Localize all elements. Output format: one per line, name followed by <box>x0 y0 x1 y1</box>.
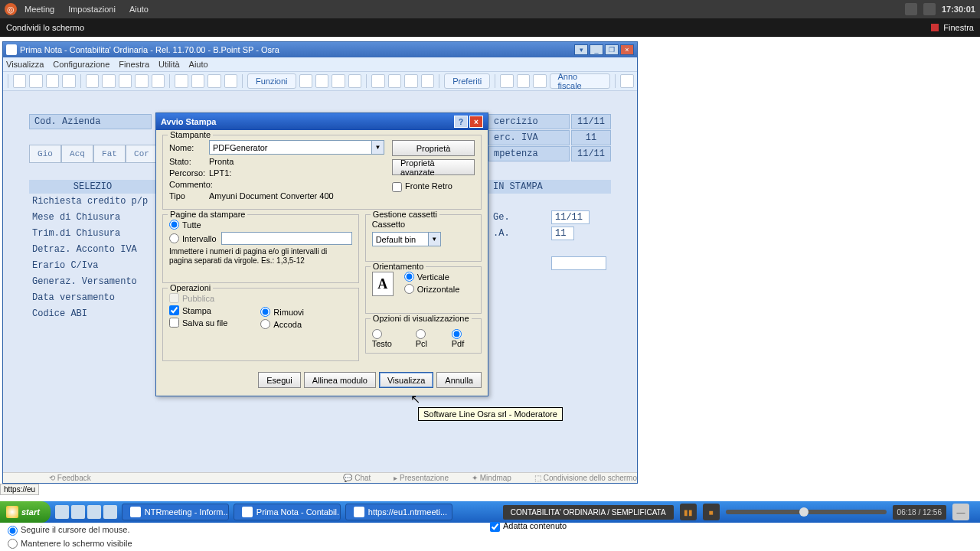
toolbar-funzioni[interactable]: Funzioni <box>247 73 296 89</box>
start-button[interactable]: start <box>0 501 51 523</box>
radio-follow-cursor[interactable] <box>8 526 18 536</box>
tab-cor[interactable]: Cor <box>126 145 158 163</box>
radio-accoda[interactable] <box>260 319 270 329</box>
quicklaunch-icon[interactable] <box>71 505 85 519</box>
toolbar-preferiti[interactable]: Preferiti <box>444 73 490 89</box>
bg-input-empty[interactable] <box>551 256 606 270</box>
taskbar-item[interactable]: Prima Nota - Contabil... <box>234 504 341 520</box>
toolbar-icon[interactable] <box>86 74 99 88</box>
player-seek-bar[interactable] <box>726 510 887 514</box>
chk-stampa[interactable] <box>169 305 179 315</box>
share-close-icon[interactable] <box>931 24 939 31</box>
menu-meeting[interactable]: Meeting <box>24 5 54 14</box>
tab-gio[interactable]: Gio <box>29 145 61 163</box>
toolbar-annofiscale[interactable]: Anno fiscale <box>550 73 611 89</box>
toolbar-icon[interactable] <box>29 74 42 88</box>
strip-chat[interactable]: Chat <box>354 474 371 482</box>
intervallo-input[interactable] <box>221 232 352 245</box>
menu-aiuto[interactable]: Aiuto <box>189 60 208 69</box>
bg-input-a[interactable]: 11 <box>551 227 574 240</box>
toolbar-icon[interactable] <box>299 74 312 88</box>
toolbar-icon[interactable] <box>500 74 513 88</box>
toolbar-icon[interactable] <box>224 74 237 88</box>
dialog-help-button[interactable]: ? <box>454 116 468 128</box>
toolbar-help-icon[interactable] <box>620 74 633 88</box>
radio-orizzontale[interactable] <box>404 284 414 294</box>
toolbar-icon[interactable] <box>102 74 115 88</box>
menu-settings[interactable]: Impostazioni <box>68 5 116 14</box>
toolbar-icon[interactable] <box>119 74 132 88</box>
printer-combo[interactable]: PDFGenerator▼ <box>209 140 384 155</box>
allinea-button[interactable]: Allinea modulo <box>304 372 376 388</box>
window-restore-button[interactable]: ❐ <box>605 44 619 55</box>
toolbar-icon[interactable] <box>371 74 384 88</box>
player-stop-button[interactable]: ■ <box>703 504 720 520</box>
menu-utilita[interactable]: Utilità <box>158 60 180 69</box>
toolbar-icon[interactable] <box>315 74 328 88</box>
group-pagine: Pagine da stampare Tutte Intervallo Imme… <box>162 214 359 283</box>
strip-feedback[interactable]: Feedback <box>57 474 91 482</box>
strip-present[interactable]: Presentazione <box>400 474 449 482</box>
toolbar-icon[interactable] <box>175 74 188 88</box>
toolbar-icon[interactable] <box>191 74 204 88</box>
menu-visualizza[interactable]: Visualizza <box>6 60 44 69</box>
quicklaunch-icon[interactable] <box>87 505 101 519</box>
toolbar-icon[interactable] <box>207 74 220 88</box>
share-window-label[interactable]: Finestra <box>943 23 974 32</box>
menu-finestra[interactable]: Finestra <box>119 60 149 69</box>
tray-info-icon[interactable] <box>923 3 936 15</box>
cassetto-combo[interactable]: Default bin▼ <box>372 232 441 246</box>
radio-verticale[interactable] <box>404 272 414 282</box>
strip-share[interactable]: Condivisione dello schermo <box>544 474 637 482</box>
bg-item: Trim.di Chiusura <box>32 228 120 239</box>
label-keep-visible: Mantenere lo schermo visibile <box>21 539 132 548</box>
radio-intervallo[interactable] <box>169 233 179 243</box>
chk-salva[interactable] <box>169 318 179 328</box>
radio-testo[interactable] <box>372 329 382 339</box>
quicklaunch-icon[interactable] <box>55 505 69 519</box>
fronte-retro-checkbox[interactable] <box>392 182 402 192</box>
annulla-button[interactable]: Annulla <box>436 372 482 388</box>
toolbar-icon[interactable] <box>421 74 434 88</box>
menu-config[interactable]: Configurazione <box>53 60 109 69</box>
toolbar-icon[interactable] <box>152 74 165 88</box>
window-minimize-button[interactable]: _ <box>590 44 603 55</box>
toolbar-icon[interactable] <box>517 74 530 88</box>
toolbar-icon[interactable] <box>62 74 75 88</box>
properties-button[interactable]: Proprietà <box>392 140 475 156</box>
esegui-button[interactable]: Esegui <box>258 372 301 388</box>
menu-help[interactable]: Aiuto <box>129 5 149 14</box>
radio-rimuovi[interactable] <box>260 307 270 317</box>
radio-tutte[interactable] <box>169 220 179 230</box>
task-icon <box>242 507 253 517</box>
radio-pcl[interactable] <box>416 329 426 339</box>
dialog-close-button[interactable]: × <box>469 116 483 128</box>
player-minimize-button[interactable]: — <box>952 504 969 520</box>
visualizza-button[interactable]: Visualizza <box>379 372 433 388</box>
toolbar-icon[interactable] <box>533 74 546 88</box>
taskbar-item[interactable]: https://eu1.ntrmeeti... <box>345 504 452 520</box>
taskbar-item[interactable]: NTRmeeting - Inform... <box>122 504 229 520</box>
tab-acq[interactable]: Acq <box>61 145 93 163</box>
strip-mindmap[interactable]: Mindmap <box>480 474 511 482</box>
radio-keep-visible[interactable] <box>8 539 18 549</box>
quicklaunch-icon[interactable] <box>103 505 117 519</box>
toolbar-icon[interactable] <box>332 74 345 88</box>
chevron-down-icon: ▼ <box>371 141 384 154</box>
player-pause-button[interactable]: ▮▮ <box>680 504 697 520</box>
radio-pdf[interactable] <box>452 329 462 339</box>
toolbar-icon[interactable] <box>388 74 401 88</box>
window-extra-button[interactable]: ▾ <box>574 44 588 55</box>
toolbar-icon[interactable] <box>46 74 59 88</box>
advanced-properties-button[interactable]: Proprietà avanzate <box>392 159 475 175</box>
player-seek-knob[interactable] <box>799 507 808 517</box>
bg-input-ge[interactable]: 11/11 <box>551 210 590 224</box>
toolbar-icon[interactable] <box>13 74 26 88</box>
tray-icon[interactable] <box>905 3 917 15</box>
toolbar-icon[interactable] <box>348 74 361 88</box>
window-close-button[interactable]: × <box>620 44 634 55</box>
chk-adatta[interactable] <box>490 522 500 532</box>
tab-fat[interactable]: Fat <box>93 145 126 163</box>
toolbar-icon[interactable] <box>135 74 148 88</box>
toolbar-icon[interactable] <box>404 74 417 88</box>
